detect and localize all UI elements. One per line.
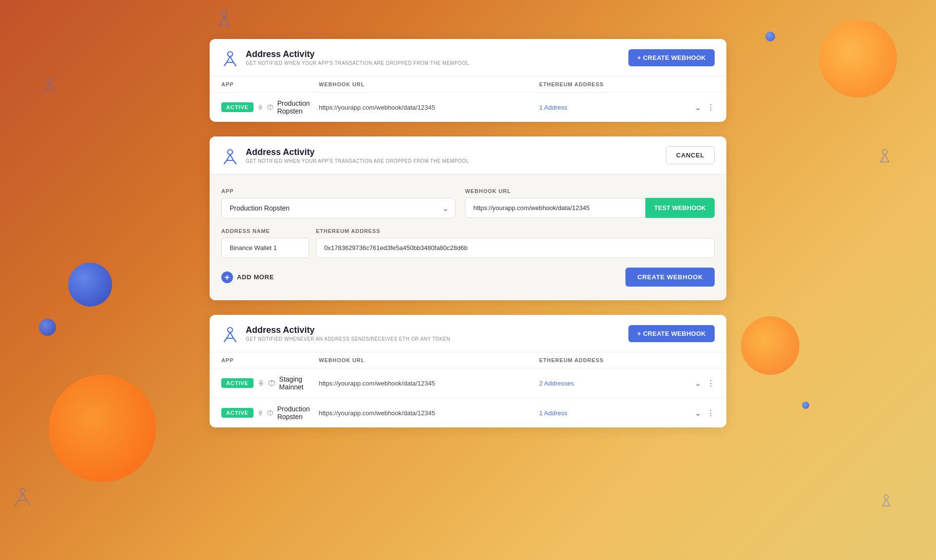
svg-line-45 (234, 338, 236, 342)
card3-row2-webhook-url: https://yourapp.com/webhook/data/12345 (319, 409, 539, 417)
svg-line-36 (230, 154, 234, 160)
form-group-app: APP Production Ropsten ⌄ (221, 188, 455, 218)
alchemy-logo-1 (221, 49, 239, 66)
card3-col-app: APP (221, 357, 319, 363)
card3-row1-app-name: Staging Mainnet (279, 375, 319, 391)
card3-row1-eth-address: 2 Addresses (539, 380, 676, 387)
card1-header: Address Activity GET NOTIFIED WHEN YOUR … (210, 39, 726, 77)
card1-create-webhook-button[interactable]: + CREATE WEBHOOK (628, 49, 715, 66)
chevron-down-icon[interactable]: ⌄ (695, 103, 701, 112)
card3-col-webhook-url: WEBHOOK URL (319, 357, 539, 363)
svg-line-41 (227, 332, 230, 338)
cube-icon (268, 379, 275, 387)
card3-subtitle: GET NOTIFIED WHENEVER AN ADDRESS SENDS/R… (246, 336, 450, 342)
eth-address-label: ETHEREUM ADDRESS (316, 228, 715, 234)
svg-line-38 (224, 160, 227, 164)
alchemy-logo-2 (221, 147, 239, 164)
webhook-url-row: TEST WEBHOOK (465, 198, 715, 218)
alchemy-logo-3 (221, 325, 239, 342)
page-content: Address Activity GET NOTIFIED WHEN YOUR … (0, 0, 936, 560)
svg-line-29 (234, 62, 236, 66)
card3-row2-app-cell: ACTIVE Production Ropsten (221, 405, 319, 421)
card3-row2-app-name: Production Ropsten (277, 405, 319, 421)
card1-col-app: APP (221, 81, 319, 87)
eth-address-input[interactable] (316, 238, 715, 258)
app-label: APP (221, 188, 455, 194)
status-badge: ACTIVE (221, 378, 254, 388)
card3-header: Address Activity GET NOTIFIED WHENEVER A… (210, 315, 726, 352)
card1-row1-eth-address: 1 Address (539, 104, 676, 111)
card1-subtitle: GET NOTIFIED WHEN YOUR APP'S TRANSACTION… (246, 60, 469, 66)
card1-col-eth-address: ETHEREUM ADDRESS (539, 81, 676, 87)
chevron-down-icon[interactable]: ⌄ (695, 408, 701, 418)
cube-icon (267, 408, 273, 417)
card3-col-eth-address: ETHEREUM ADDRESS (539, 357, 676, 363)
webhook-url-label: WEBHOOK URL (465, 188, 715, 194)
svg-line-39 (234, 160, 236, 164)
add-more-label: ADD MORE (237, 273, 274, 281)
svg-line-44 (224, 338, 227, 342)
table-row: ACTIVE Production Ropsten https://yourap… (210, 93, 726, 122)
form-row-top: APP Production Ropsten ⌄ WEBHOOK URL TES… (221, 188, 715, 218)
form-row-address: ADDRESS NAME ETHEREUM ADDRESS (221, 228, 715, 258)
card-address-activity-1: Address Activity GET NOTIFIED WHEN YOUR … (210, 39, 726, 122)
svg-line-35 (227, 154, 230, 160)
create-webhook-button[interactable]: CREATE WEBHOOK (625, 268, 715, 287)
card3-row2-eth-address: 1 Address (539, 409, 676, 417)
card3-row2-actions: ⌄ ⋮ (676, 408, 715, 418)
card1-table-header: APP WEBHOOK URL ETHEREUM ADDRESS (210, 77, 726, 93)
card2-title: Address Activity (246, 147, 469, 157)
card2-header: Address Activity GET NOTIFIED WHEN YOUR … (210, 136, 726, 174)
form-group-webhook-url: WEBHOOK URL TEST WEBHOOK (465, 188, 715, 218)
address-name-input[interactable] (221, 238, 309, 258)
app-select[interactable]: Production Ropsten (221, 198, 455, 218)
table-row: ACTIVE Staging Mainnet https://yourapp.c… (210, 368, 726, 398)
rocket-icon (257, 408, 264, 417)
card2-title-group: Address Activity GET NOTIFIED WHEN YOUR … (246, 147, 469, 164)
app-select-wrapper: Production Ropsten ⌄ (221, 198, 455, 218)
card3-title: Address Activity (246, 325, 450, 335)
chevron-down-icon[interactable]: ⌄ (695, 379, 701, 388)
add-more-button[interactable]: + ADD MORE (221, 271, 274, 283)
more-options-icon[interactable]: ⋮ (707, 379, 715, 388)
card3-title-group: Address Activity GET NOTIFIED WHENEVER A… (246, 325, 450, 342)
svg-line-25 (227, 57, 230, 62)
form-footer: + ADD MORE CREATE WEBHOOK (221, 268, 715, 287)
form-group-eth-address: ETHEREUM ADDRESS (316, 228, 715, 258)
card1-row1-actions: ⌄ ⋮ (676, 103, 715, 112)
card1-header-left: Address Activity GET NOTIFIED WHEN YOUR … (221, 49, 469, 66)
card1-title: Address Activity (246, 49, 469, 59)
card3-row1-webhook-url: https://yourapp.com/webhook/data/12345 (319, 380, 539, 387)
card3-row1-actions: ⌄ ⋮ (676, 379, 715, 388)
svg-point-30 (260, 107, 261, 108)
card1-title-group: Address Activity GET NOTIFIED WHEN YOUR … (246, 49, 469, 66)
cube-icon (267, 103, 273, 112)
svg-point-46 (260, 383, 261, 384)
card3-header-left: Address Activity GET NOTIFIED WHENEVER A… (221, 325, 450, 342)
svg-point-40 (228, 328, 233, 332)
address-name-label: ADDRESS NAME (221, 228, 309, 234)
more-options-icon[interactable]: ⋮ (707, 408, 715, 418)
card3-create-webhook-button[interactable]: + CREATE WEBHOOK (628, 325, 715, 342)
card1-row1-app-cell: ACTIVE Production Ropsten (221, 99, 319, 115)
more-options-icon[interactable]: ⋮ (707, 103, 715, 112)
card1-col-webhook-url: WEBHOOK URL (319, 81, 539, 87)
card2-form-body: APP Production Ropsten ⌄ WEBHOOK URL TES… (210, 174, 726, 300)
card3-table: APP WEBHOOK URL ETHEREUM ADDRESS ACTIVE (210, 352, 726, 427)
table-row: ACTIVE Production Ropsten https://yourap… (210, 398, 726, 427)
webhook-url-input[interactable] (465, 198, 645, 218)
svg-point-50 (260, 412, 261, 413)
svg-point-24 (228, 52, 233, 57)
status-badge: ACTIVE (221, 408, 254, 418)
svg-point-34 (228, 150, 233, 154)
card3-row1-app-cell: ACTIVE Staging Mainnet (221, 375, 319, 391)
test-webhook-button[interactable]: TEST WEBHOOK (645, 198, 715, 218)
card-address-activity-3: Address Activity GET NOTIFIED WHENEVER A… (210, 315, 726, 427)
card-address-activity-edit: Address Activity GET NOTIFIED WHEN YOUR … (210, 136, 726, 300)
svg-line-26 (230, 57, 234, 62)
card3-col-actions (676, 357, 715, 363)
form-group-address-name: ADDRESS NAME (221, 228, 309, 258)
cancel-button[interactable]: CANCEL (666, 146, 715, 164)
card1-table: APP WEBHOOK URL ETHEREUM ADDRESS ACTIVE (210, 77, 726, 122)
status-badge: ACTIVE (221, 102, 254, 112)
